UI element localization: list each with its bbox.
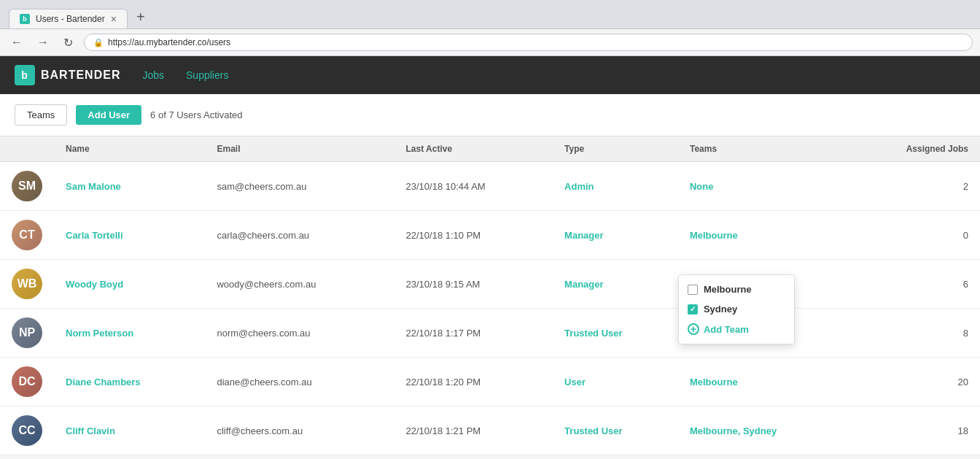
col-type: Type — [553, 136, 678, 162]
type-cell: User — [553, 358, 678, 406]
table-row: DCDiane Chambersdiane@cheers.com.au22/10… — [0, 358, 980, 406]
avatar-cell: CT — [0, 211, 54, 260]
activation-status: 6 of 7 Users Activated — [150, 109, 242, 120]
teams-cell: Melbourne — [678, 358, 848, 406]
type-cell: Admin — [553, 162, 678, 211]
teams-cell: Melbourne — [678, 211, 848, 260]
logo-icon: b — [15, 65, 35, 85]
type-cell: Manager — [553, 260, 678, 309]
user-name: Woody Boyd — [66, 279, 123, 290]
avatar: SM — [12, 171, 42, 201]
type-cell: Manager — [553, 211, 678, 260]
user-name-cell[interactable]: Carla Tortelli — [54, 211, 205, 260]
avatar: NP — [12, 317, 42, 348]
table-row: CTCarla Tortellicarla@cheers.com.au22/10… — [0, 211, 980, 260]
new-tab-button[interactable]: + — [131, 6, 151, 28]
users-table: Name Email Last Active Type Teams Assign… — [0, 136, 980, 455]
teams-button[interactable]: Teams — [15, 104, 67, 126]
user-name-cell[interactable]: Norm Peterson — [54, 309, 205, 358]
nav-jobs[interactable]: Jobs — [142, 69, 164, 81]
assigned-jobs-cell: 6 — [848, 260, 980, 309]
refresh-button[interactable]: ↻ — [60, 34, 77, 51]
assigned-jobs-cell: 18 — [848, 406, 980, 455]
col-assigned-jobs: Assigned Jobs — [848, 136, 980, 162]
table-row: SMSam Malonesam@cheers.com.au23/10/18 10… — [0, 162, 980, 211]
type-cell: Trusted User — [553, 309, 678, 358]
add-team-item[interactable]: +Add Team — [679, 319, 794, 339]
tab-title: Users - Bartender — [36, 14, 105, 24]
col-teams: Teams — [678, 136, 848, 162]
col-avatar — [0, 136, 54, 162]
col-name: Name — [54, 136, 205, 162]
col-email: Email — [205, 136, 394, 162]
browser-tab[interactable]: b Users - Bartender × — [9, 9, 128, 28]
teams-cell: Melbourne, Sydney — [678, 406, 848, 455]
teams-cell[interactable]: SydneyMelbourne✓Sydney+Add Team — [678, 260, 848, 309]
user-name: Cliff Clavin — [66, 425, 115, 436]
back-button[interactable]: ← — [7, 34, 26, 50]
avatar-cell: NP — [0, 309, 54, 358]
dropdown-item-label: Sydney — [704, 304, 737, 315]
user-name-cell[interactable]: Cliff Clavin — [54, 406, 205, 455]
assigned-jobs-cell: 0 — [848, 211, 980, 260]
email-cell: sam@cheers.com.au — [205, 162, 394, 211]
tab-favicon: b — [20, 14, 30, 24]
email-cell: norm@cheers.com.au — [205, 309, 394, 358]
email-cell: carla@cheers.com.au — [205, 211, 394, 260]
col-last-active: Last Active — [394, 136, 553, 162]
avatar-cell: CC — [0, 406, 54, 455]
last-active-cell: 23/10/18 9:15 AM — [394, 260, 553, 309]
add-user-button[interactable]: Add User — [76, 105, 141, 125]
last-active-cell: 22/10/18 1:10 PM — [394, 211, 553, 260]
user-name: Carla Tortelli — [66, 230, 123, 241]
table-row: NPNorm Petersonnorm@cheers.com.au22/10/1… — [0, 309, 980, 358]
dropdown-item-label: Melbourne — [704, 284, 752, 295]
nav-suppliers[interactable]: Suppliers — [186, 69, 228, 81]
avatar: CC — [12, 415, 42, 446]
add-team-label: Add Team — [704, 324, 749, 335]
avatar-cell: SM — [0, 162, 54, 211]
dropdown-item[interactable]: Melbourne — [679, 279, 794, 299]
app-header: b BARTENDER Jobs Suppliers — [0, 56, 980, 94]
lock-icon: 🔒 — [93, 38, 104, 47]
users-table-container: Name Email Last Active Type Teams Assign… — [0, 136, 980, 455]
tab-close-button[interactable]: × — [111, 14, 117, 24]
address-bar[interactable]: 🔒 https://au.mybartender.co/users — [84, 34, 973, 51]
email-cell: diane@cheers.com.au — [205, 358, 394, 406]
email-cell: cliff@cheers.com.au — [205, 406, 394, 455]
teams-cell: None — [678, 162, 848, 211]
last-active-cell: 22/10/18 1:17 PM — [394, 309, 553, 358]
user-name: Sam Malone — [66, 181, 121, 192]
avatar-cell: WB — [0, 260, 54, 309]
app-logo: b BARTENDER — [15, 65, 120, 85]
checkbox-unchecked[interactable] — [688, 285, 698, 295]
user-name: Diane Chambers — [66, 377, 141, 387]
teams-dropdown[interactable]: Melbourne✓Sydney+Add Team — [678, 274, 795, 344]
dropdown-item[interactable]: ✓Sydney — [679, 299, 794, 319]
last-active-cell: 22/10/18 1:20 PM — [394, 358, 553, 406]
logo-text: BARTENDER — [41, 69, 120, 82]
assigned-jobs-cell: 2 — [848, 162, 980, 211]
table-row: WBWoody Boydwoody@cheers.com.au23/10/18 … — [0, 260, 980, 309]
browser-address-bar: ← → ↻ 🔒 https://au.mybartender.co/users — [0, 29, 980, 56]
avatar-cell: DC — [0, 358, 54, 406]
avatar: WB — [12, 269, 42, 299]
last-active-cell: 23/10/18 10:44 AM — [394, 162, 553, 211]
avatar: DC — [12, 366, 42, 397]
address-text: https://au.mybartender.co/users — [108, 37, 230, 47]
user-name-cell[interactable]: Woody Boyd — [54, 260, 205, 309]
assigned-jobs-cell: 8 — [848, 309, 980, 358]
table-header-row: Name Email Last Active Type Teams Assign… — [0, 136, 980, 162]
email-cell: woody@cheers.com.au — [205, 260, 394, 309]
user-name-cell[interactable]: Diane Chambers — [54, 358, 205, 406]
table-row: CCCliff Clavincliff@cheers.com.au22/10/1… — [0, 406, 980, 455]
browser-chrome: b Users - Bartender × + — [0, 0, 980, 29]
type-cell: Trusted User — [553, 406, 678, 455]
user-name-cell[interactable]: Sam Malone — [54, 162, 205, 211]
assigned-jobs-cell: 20 — [848, 358, 980, 406]
checkbox-checked[interactable]: ✓ — [688, 304, 698, 315]
last-active-cell: 22/10/18 1:21 PM — [394, 406, 553, 455]
add-team-icon: + — [688, 323, 699, 335]
forward-button[interactable]: → — [34, 34, 52, 50]
toolbar: Teams Add User 6 of 7 Users Activated — [0, 94, 980, 136]
